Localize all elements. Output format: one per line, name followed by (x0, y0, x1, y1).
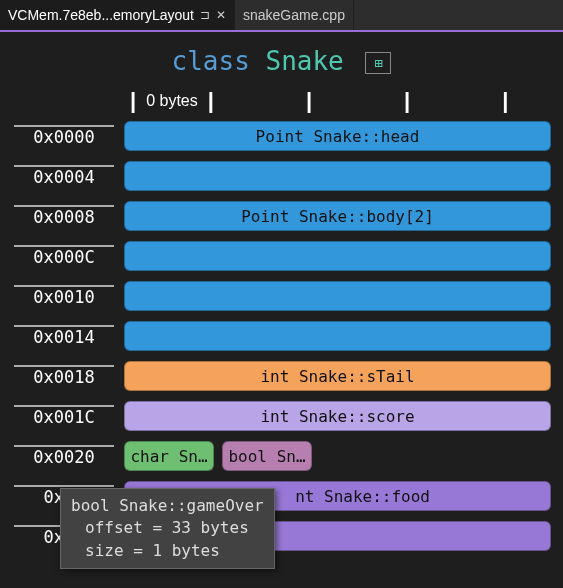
field-bar[interactable]: Point Snake::head (124, 121, 551, 151)
tab-bar: VCMem.7e8eb...emoryLayout ⊐ ✕ snakeGame.… (0, 0, 563, 32)
field-bar[interactable] (124, 321, 551, 351)
field-bar[interactable]: Point Snake::body[2] (124, 201, 551, 231)
field-tooltip: bool Snake::gameOver offset = 33 bytes s… (60, 488, 275, 569)
bar-group: char Sn…bool Sn… (124, 441, 551, 471)
ruler-tick: | (208, 88, 214, 114)
offset-label: 0x0010 (14, 285, 114, 307)
memory-row: 0x0000Point Snake::head (14, 116, 551, 156)
memory-row: 0x0014 (14, 316, 551, 356)
field-bar[interactable] (124, 161, 551, 191)
class-header: class Snake ⊞ (0, 32, 563, 86)
offset-label: 0x000C (14, 245, 114, 267)
offset-label: 0x0000 (14, 125, 114, 147)
close-icon[interactable]: ✕ (216, 8, 226, 22)
field-bar[interactable]: bool Sn… (222, 441, 312, 471)
offset-label: 0x0004 (14, 165, 114, 187)
memory-row: 0x000C (14, 236, 551, 276)
class-name: Snake (266, 46, 344, 76)
ruler-tick: | (306, 88, 312, 114)
ruler-zero-label: 0 bytes (136, 92, 208, 110)
ruler-tick: | (404, 88, 410, 114)
memory-row: 0x0004 (14, 156, 551, 196)
field-bar[interactable]: int Snake::score (124, 401, 551, 431)
pin-icon[interactable]: ⊐ (200, 8, 210, 22)
offset-label: 0x001C (14, 405, 114, 427)
tooltip-line: size = 1 bytes (71, 540, 264, 562)
memory-row: 0x001Cint Snake::score (14, 396, 551, 436)
offset-label: 0x0008 (14, 205, 114, 227)
ruler-tick: | (502, 88, 508, 114)
tooltip-line: bool Snake::gameOver (71, 495, 264, 517)
tab-label: snakeGame.cpp (243, 7, 345, 23)
tab-snakegame-cpp[interactable]: snakeGame.cpp (235, 0, 354, 30)
keyword-class: class (172, 46, 250, 76)
offset-label: 0x0020 (14, 445, 114, 467)
field-bar[interactable]: char Sn… (124, 441, 214, 471)
field-bar[interactable] (124, 241, 551, 271)
layout-toggle-icon[interactable]: ⊞ (365, 52, 391, 74)
memory-row: 0x0008Point Snake::body[2] (14, 196, 551, 236)
tooltip-line: offset = 33 bytes (71, 517, 264, 539)
offset-label: 0x0014 (14, 325, 114, 347)
tab-label: VCMem.7e8eb...emoryLayout (8, 7, 194, 23)
memory-row: 0x0018int Snake::sTail (14, 356, 551, 396)
offset-label: 0x0018 (14, 365, 114, 387)
field-bar[interactable]: int Snake::sTail (124, 361, 551, 391)
memory-row: 0x0020char Sn…bool Sn… (14, 436, 551, 476)
byte-ruler: | 0 bytes | | | | (0, 86, 563, 116)
memory-row: 0x0010 (14, 276, 551, 316)
field-bar[interactable] (124, 281, 551, 311)
tab-memory-layout[interactable]: VCMem.7e8eb...emoryLayout ⊐ ✕ (0, 0, 235, 30)
